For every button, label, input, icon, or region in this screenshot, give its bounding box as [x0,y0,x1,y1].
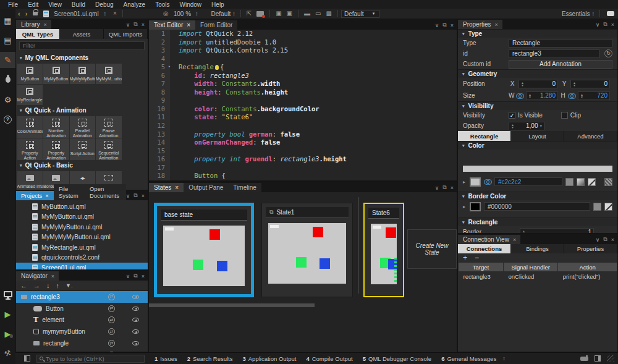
tab-properties[interactable]: Properties [564,244,617,253]
export-icon[interactable]: ⇄ [108,316,115,323]
forward-icon[interactable]: › [25,10,28,17]
tab-rectangle[interactable]: Rectangle [458,131,511,141]
close-pane-icon[interactable]: × [451,22,454,28]
paste-frame-icon[interactable]: ▣ [287,9,292,18]
tab-layout[interactable]: Layout [511,131,564,141]
collapse-icon[interactable]: ∨ [435,185,439,191]
output-pane-application-output[interactable]: 3Application Output [242,355,296,362]
move-left-icon[interactable]: ← [20,282,27,289]
transparent-color-icon[interactable] [588,178,596,186]
menu-tools[interactable]: Tools [151,1,174,8]
output-pane-stepper[interactable]: ↕ [502,355,506,362]
tab-qml-imports[interactable]: QML Imports [104,29,148,39]
visibility-eye-icon[interactable] [132,341,139,345]
tab-form-editor[interactable]: Form Editor [195,20,237,30]
component-script-action[interactable]: Script Action [70,138,96,160]
w-spinbox[interactable]: ▲▼1.280 [526,91,558,100]
help-mode-icon[interactable]: ? [0,111,15,127]
x-spinbox[interactable]: ▲▼0 [519,80,558,88]
debug-mode-icon[interactable] [0,72,15,88]
move-down-icon[interactable]: ↓ [46,282,50,289]
solid-color-icon[interactable] [593,203,601,211]
component-parallel-animation[interactable]: Parallel Animation [70,116,96,138]
component-animated-image[interactable]: Animated Image [17,171,43,190]
section-rectangle[interactable]: ▾Rectangle [458,218,617,226]
opacity-spinbox[interactable]: ▲▼1,00▾ [509,122,544,130]
tab-advanced[interactable]: Advanced [564,131,617,141]
detach-icon[interactable]: ⧉ [603,21,607,28]
resize-grip[interactable] [607,355,614,362]
tab-connections[interactable]: Connections [458,244,511,253]
column-target[interactable]: Target [459,263,504,272]
tab-output-pane[interactable]: Output Pane [184,183,228,192]
library-tab[interactable]: Library× [16,20,51,29]
menu-window[interactable]: Window [176,1,206,8]
navigator-item-mymymybutton[interactable]: mymymyButton⇄ [16,326,148,337]
is-visible-checkbox[interactable]: ✓ [509,112,515,119]
column-signal-handler[interactable]: Signal Handler [504,263,558,272]
type-field[interactable]: Rectangle [509,39,612,48]
close-document-icon[interactable]: × [113,9,117,18]
section-header-qt-quick-basic[interactable]: ▾Qt Quick - Basic [16,160,148,171]
tab-open-documents[interactable]: Open Documents [85,184,126,200]
file-mymymybutton-ui-qml[interactable]: MyMyMyButton.ui.qml [16,222,148,232]
border-color-field[interactable]: #000000 [484,202,590,211]
detach-icon[interactable]: ⧉ [603,236,607,243]
export-icon[interactable]: ⇄ [108,340,115,347]
form-editor-combo[interactable]: Default ▾ [341,10,379,18]
cell[interactable]: print("clicked") [558,272,617,282]
projects-mode-icon[interactable]: ⚙ [0,91,15,108]
tab-timeline[interactable]: Timeline [228,183,261,192]
section-color[interactable]: ▾Color [458,141,617,150]
add-annotation-button[interactable]: Add Annotation [509,60,612,69]
file-mymymymybutton-ui-qml[interactable]: MyMyMyMyButton.ui.qml [16,232,148,243]
gradient-color-icon[interactable] [577,178,585,186]
tab-states[interactable]: States× [149,183,184,192]
snapshot-icon[interactable] [256,11,264,17]
component-property-animation[interactable]: Property Animation [43,138,69,160]
id-field[interactable]: rectangle3 [509,49,599,58]
state-name-field[interactable]: State6 [368,208,399,219]
properties-tab[interactable]: Properties× [458,20,502,29]
close-pane-icon[interactable]: × [142,273,145,279]
navigator-item-rectangle3[interactable]: rectangle3⇄ [16,291,148,303]
close-pane-icon[interactable]: × [142,22,145,28]
detach-icon[interactable]: ⧉ [442,22,446,28]
feedback-icon[interactable] [607,11,614,16]
file-qtquickcontrols2-conf[interactable]: qtquickcontrols2.conf [16,253,148,263]
close-icon[interactable]: × [175,184,179,191]
component-mymybutton[interactable]: MyMyButton [43,64,69,84]
detach-icon[interactable]: ⧉ [133,273,137,279]
section-visibility[interactable]: ▾Visibility [458,101,617,110]
output-pane-issues[interactable]: 1Issues [154,355,177,362]
y-spinbox[interactable]: ▲▼0 [570,80,610,88]
file-myrectangle-ui-qml[interactable]: MyRectangle.ui.qml [16,242,148,253]
expand-icon[interactable]: ▸ [463,179,467,185]
style-stepper[interactable]: ↕ [232,11,235,17]
column-layout-icon[interactable]: ▭ [315,9,321,18]
fill-color-field[interactable]: #c2c2c2 [494,177,562,186]
component-myrectangle[interactable]: MyRectangle [17,85,43,105]
connection-row[interactable]: rectangle3onClickedprint("clicked") [459,272,617,282]
run-button[interactable]: ▶ [0,306,15,322]
border-color-swatch[interactable] [470,202,481,211]
color-binding-icon[interactable] [484,179,491,184]
kit-selector-icon[interactable] [0,286,15,302]
move-up-icon[interactable]: ↑ [56,282,60,289]
component-sequential-animation[interactable]: Sequential Animation [96,138,122,160]
lock-icon[interactable] [33,12,38,15]
gradient-bar[interactable] [463,166,612,172]
fill-color-swatch[interactable] [470,177,481,187]
collapse-icon[interactable]: ∨ [596,237,600,243]
component-mymymybutton[interactable]: MyMyMyButton [70,64,96,84]
visibility-eye-icon[interactable] [132,295,139,299]
output-pane-search-results[interactable]: 2Search Results [187,355,233,362]
menu-analyze[interactable]: Analyze [119,1,150,8]
edit-mode-icon[interactable]: ▤ [0,32,15,48]
tab-bindings[interactable]: Bindings [511,244,564,253]
add-connection-button[interactable]: + [463,253,467,262]
menu-file[interactable]: File [4,1,22,8]
component-coloranimation[interactable]: ColorAnimation [17,116,43,138]
connection-view-tab[interactable]: Connection View× [458,235,520,244]
collapse-icon[interactable]: ∨ [126,273,130,279]
